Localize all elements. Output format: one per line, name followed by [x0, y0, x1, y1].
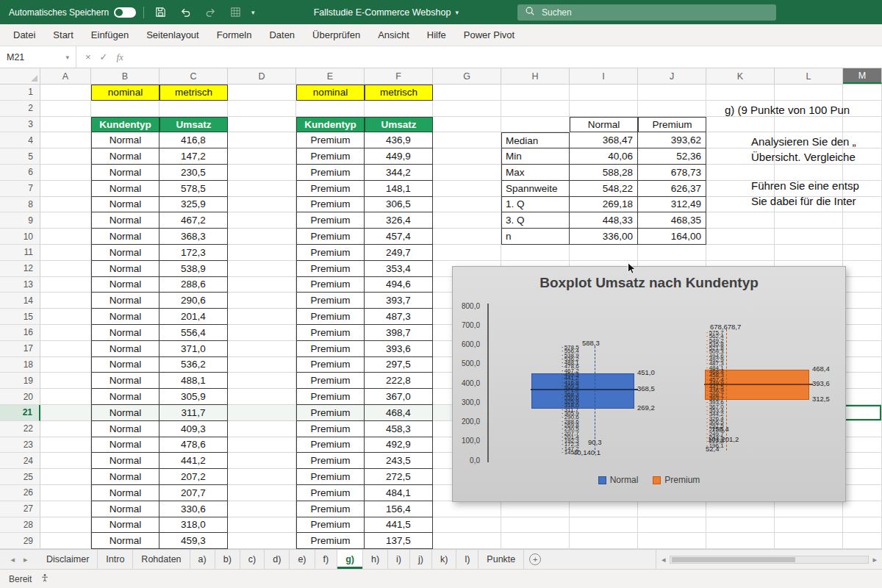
cell[interactable] [91, 101, 159, 117]
cell[interactable] [40, 501, 91, 517]
cell-kundentyp-premium[interactable]: Premium [296, 181, 365, 197]
cell[interactable] [843, 293, 882, 309]
cell[interactable] [775, 245, 843, 261]
cell[interactable] [775, 165, 843, 181]
ribbon-tab[interactable]: Start [44, 24, 82, 46]
cell[interactable] [775, 212, 843, 229]
cell[interactable] [40, 357, 91, 373]
cell[interactable] [775, 517, 843, 534]
formula-input[interactable] [132, 46, 882, 68]
cell[interactable] [843, 261, 882, 277]
cell[interactable] [228, 501, 296, 517]
cell-stat-label[interactable]: Min [501, 148, 570, 165]
cell[interactable] [40, 517, 91, 534]
cell-stats-header-normal[interactable]: Normal [570, 117, 638, 133]
cell-header-kundentyp[interactable]: Kundentyp [91, 117, 159, 133]
cell-kundentyp-normal[interactable]: Normal [91, 405, 159, 421]
row-header[interactable]: 7 [0, 181, 40, 197]
next-sheet-icon[interactable]: ▸ [24, 555, 28, 564]
cell[interactable] [843, 85, 882, 101]
chevron-down-icon[interactable]: ▾ [65, 54, 69, 61]
cell[interactable] [228, 261, 296, 277]
cell-stat-normal[interactable]: 448,33 [570, 212, 638, 229]
cell-kundentyp-normal[interactable]: Normal [91, 309, 159, 325]
cell[interactable] [843, 165, 882, 181]
sheet-tab[interactable]: b) [215, 550, 240, 569]
sheet-tab[interactable]: f) [315, 550, 338, 569]
cell-kundentyp-premium[interactable]: Premium [296, 453, 365, 469]
cell[interactable] [228, 453, 296, 469]
cell-umsatz-premium[interactable]: 243,5 [365, 453, 433, 469]
cell-umsatz-premium[interactable]: 156,4 [365, 501, 433, 517]
cell[interactable] [40, 309, 91, 325]
scrollbar-track[interactable] [670, 556, 870, 564]
cell-kundentyp-normal[interactable]: Normal [91, 293, 159, 309]
select-all-corner[interactable] [0, 68, 40, 84]
cell[interactable] [843, 485, 882, 501]
cell[interactable] [433, 533, 501, 549]
cell[interactable] [228, 469, 296, 485]
row-header[interactable]: 17 [0, 341, 40, 357]
column-header[interactable]: F [365, 68, 433, 84]
cell[interactable] [706, 181, 775, 197]
cell-stat-premium[interactable]: 626,37 [638, 181, 706, 197]
row-header[interactable]: 3 [0, 117, 40, 133]
cell-kundentyp-normal[interactable]: Normal [91, 501, 159, 517]
cell-kundentyp-premium[interactable]: Premium [296, 437, 365, 453]
cell[interactable] [843, 437, 882, 453]
cell[interactable] [228, 132, 296, 148]
cell[interactable] [40, 148, 91, 165]
row-header[interactable]: 28 [0, 517, 40, 534]
cell-stat-normal[interactable] [570, 245, 638, 261]
cell-kundentyp-normal[interactable]: Normal [91, 165, 159, 181]
cell-umsatz-premium[interactable]: 441,5 [365, 517, 433, 534]
cell-umsatz-premium[interactable]: 249,7 [365, 245, 433, 261]
cell[interactable] [843, 389, 882, 405]
chart-boxplot[interactable]: Boxplot Umsatz nach Kundentyp 800,0700,0… [452, 266, 846, 502]
cell-kundentyp-premium[interactable]: Premium [296, 293, 365, 309]
cell[interactable] [843, 148, 882, 165]
cell[interactable] [40, 181, 91, 197]
column-header[interactable]: K [706, 68, 775, 84]
cell[interactable] [433, 181, 501, 197]
cell[interactable] [706, 117, 775, 133]
cell-umsatz-premium[interactable]: 148,1 [365, 181, 433, 197]
cell[interactable] [228, 197, 296, 213]
cell-stat-premium[interactable]: 164,00 [638, 229, 706, 245]
cell-kundentyp-premium[interactable]: Premium [296, 357, 365, 373]
cell[interactable] [501, 101, 570, 117]
cell-stat-normal[interactable] [570, 517, 638, 534]
name-box[interactable]: M21 ▾ [0, 46, 76, 68]
scrollbar-thumb[interactable] [672, 557, 795, 562]
cell-umsatz-normal[interactable]: 459,3 [159, 533, 228, 549]
row-header[interactable]: 22 [0, 421, 40, 437]
cell-kundentyp-premium[interactable]: Premium [296, 245, 365, 261]
row-header[interactable]: 8 [0, 197, 40, 213]
cell-umsatz-premium[interactable]: 137,5 [365, 533, 433, 549]
autosave-control[interactable]: Automatisches Speichern [9, 7, 136, 18]
cell[interactable] [843, 421, 882, 437]
cell[interactable] [843, 469, 882, 485]
cell-umsatz-normal[interactable]: 230,5 [159, 165, 228, 181]
cell[interactable] [40, 117, 91, 133]
cell-umsatz-normal[interactable]: 368,3 [159, 229, 228, 245]
cell[interactable] [40, 341, 91, 357]
row-header[interactable]: 26 [0, 485, 40, 501]
cell-stats-header-premium[interactable]: Premium [638, 117, 706, 133]
cell[interactable] [40, 245, 91, 261]
cell[interactable] [843, 309, 882, 325]
undo-icon[interactable] [176, 4, 194, 21]
cell[interactable] [40, 421, 91, 437]
cell[interactable] [843, 325, 882, 341]
cell-scale-nominal[interactable]: nominal [91, 85, 159, 101]
cell-kundentyp-normal[interactable]: Normal [91, 389, 159, 405]
cell-stat-normal[interactable]: 40,06 [570, 148, 638, 165]
ribbon-tab[interactable]: Ansicht [369, 24, 418, 46]
ribbon-tab[interactable]: Einfügen [82, 24, 137, 46]
cell-stat-premium[interactable] [638, 517, 706, 534]
cell-kundentyp-normal[interactable]: Normal [91, 533, 159, 549]
cell-kundentyp-normal[interactable]: Normal [91, 229, 159, 245]
cell[interactable] [706, 148, 775, 165]
cell[interactable] [40, 389, 91, 405]
cell[interactable] [40, 325, 91, 341]
